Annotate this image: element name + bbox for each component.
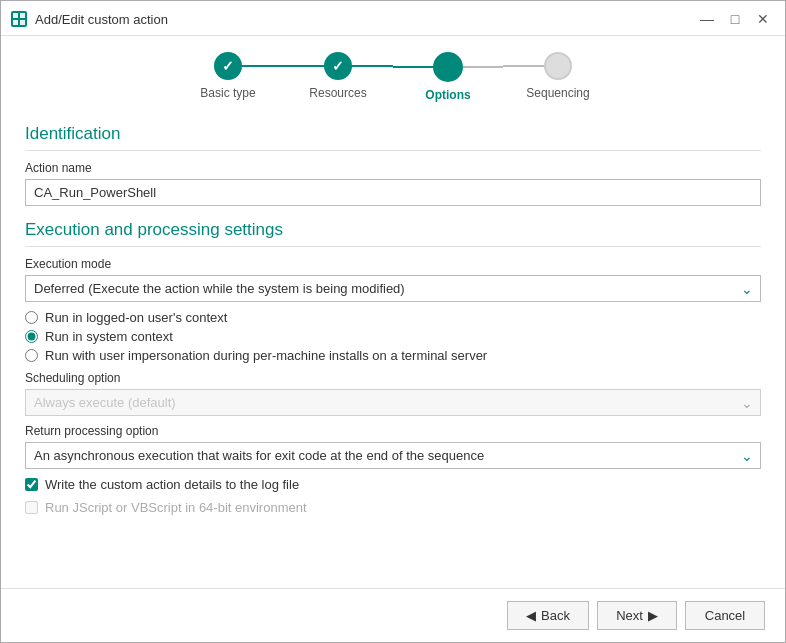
scheduling-label: Scheduling option: [25, 371, 761, 385]
step-circle-basic-type: ✓: [214, 52, 242, 80]
step-circle-options: [433, 52, 463, 82]
step-basic-type: ✓ Basic type: [173, 52, 283, 100]
radio-system-context[interactable]: Run in system context: [25, 329, 761, 344]
checkbox-run-64bit-label: Run JScript or VBScript in 64-bit enviro…: [45, 500, 307, 515]
action-name-input[interactable]: [25, 179, 761, 206]
step-label-options: Options: [425, 88, 470, 102]
svg-rect-3: [20, 20, 25, 25]
scheduling-select[interactable]: Always execute (default): [25, 389, 761, 416]
radio-system-context-label: Run in system context: [45, 329, 173, 344]
checkbox-run-64bit-input: [25, 501, 38, 514]
radio-system-context-input[interactable]: [25, 330, 38, 343]
radio-logged-on[interactable]: Run in logged-on user's context: [25, 310, 761, 325]
step-circle-resources: ✓: [324, 52, 352, 80]
identification-section-title: Identification: [25, 112, 761, 151]
minimize-button[interactable]: —: [697, 9, 717, 29]
step-options: Options: [393, 52, 503, 102]
next-button[interactable]: Next ▶: [597, 601, 677, 630]
scheduling-wrap: Always execute (default) ⌄: [25, 389, 761, 416]
next-label: Next: [616, 608, 643, 623]
svg-rect-1: [20, 13, 25, 18]
checkbox-write-log-label: Write the custom action details to the l…: [45, 477, 299, 492]
cancel-label: Cancel: [705, 608, 745, 623]
step-label-sequencing: Sequencing: [526, 86, 589, 100]
next-icon: ▶: [648, 608, 658, 623]
back-button[interactable]: ◀ Back: [507, 601, 589, 630]
back-icon: ◀: [526, 608, 536, 623]
checkbox-write-log[interactable]: Write the custom action details to the l…: [25, 477, 761, 492]
back-label: Back: [541, 608, 570, 623]
radio-user-impersonation-input[interactable]: [25, 349, 38, 362]
step-label-resources: Resources: [309, 86, 366, 100]
step-label-basic-type: Basic type: [200, 86, 255, 100]
radio-user-impersonation-label: Run with user impersonation during per-m…: [45, 348, 487, 363]
title-bar: Add/Edit custom action — □ ✕: [1, 1, 785, 36]
return-label: Return processing option: [25, 424, 761, 438]
step-resources: ✓ Resources: [283, 52, 393, 100]
main-window: Add/Edit custom action — □ ✕ ✓ Basic typ…: [0, 0, 786, 643]
window-title: Add/Edit custom action: [35, 12, 168, 27]
execution-section-title: Execution and processing settings: [25, 206, 761, 247]
stepper-area: ✓ Basic type ✓ Resources: [1, 36, 785, 112]
execution-mode-wrap: Deferred (Execute the action while the s…: [25, 275, 761, 302]
action-name-label: Action name: [25, 161, 761, 175]
window-controls: — □ ✕: [697, 9, 773, 29]
footer: ◀ Back Next ▶ Cancel: [1, 588, 785, 642]
radio-logged-on-input[interactable]: [25, 311, 38, 324]
context-radio-group: Run in logged-on user's context Run in s…: [25, 310, 761, 363]
main-content: Identification Action name Execution and…: [1, 112, 785, 588]
return-wrap: An asynchronous execution that waits for…: [25, 442, 761, 469]
radio-logged-on-label: Run in logged-on user's context: [45, 310, 227, 325]
step-circle-sequencing: [544, 52, 572, 80]
cancel-button[interactable]: Cancel: [685, 601, 765, 630]
radio-user-impersonation[interactable]: Run with user impersonation during per-m…: [25, 348, 761, 363]
execution-mode-label: Execution mode: [25, 257, 761, 271]
app-icon: [11, 11, 27, 27]
stepper: ✓ Basic type ✓ Resources: [173, 52, 613, 102]
title-bar-left: Add/Edit custom action: [11, 11, 168, 27]
checkbox-write-log-input[interactable]: [25, 478, 38, 491]
return-select[interactable]: An asynchronous execution that waits for…: [25, 442, 761, 469]
maximize-button[interactable]: □: [725, 9, 745, 29]
step-sequencing: Sequencing: [503, 52, 613, 100]
checkbox-run-64bit: Run JScript or VBScript in 64-bit enviro…: [25, 500, 761, 515]
svg-rect-2: [13, 20, 18, 25]
close-button[interactable]: ✕: [753, 9, 773, 29]
svg-rect-0: [13, 13, 18, 18]
execution-mode-select[interactable]: Deferred (Execute the action while the s…: [25, 275, 761, 302]
